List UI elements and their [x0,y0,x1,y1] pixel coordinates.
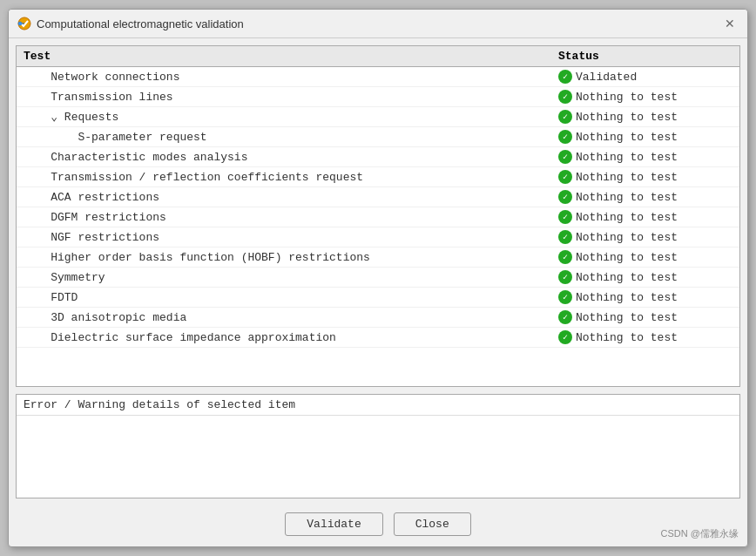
table-row[interactable]: Symmetry✓Nothing to test [17,268,739,288]
table-row[interactable]: S-parameter request✓Nothing to test [17,127,739,147]
status-text: Nothing to test [576,331,678,344]
row-status-cell: ✓Nothing to test [558,190,732,204]
row-status-cell: ✓Nothing to test [558,110,732,124]
row-status-cell: ✓Nothing to test [558,170,732,184]
status-text: Nothing to test [576,151,678,164]
table-row[interactable]: Characteristic modes analysis✓Nothing to… [17,147,739,167]
app-icon [17,17,31,31]
error-label: Error / Warning details of selected item [17,395,739,416]
row-test-label: ACA restrictions [24,191,558,204]
validation-table[interactable]: Test Status Network connections✓Validate… [16,45,740,387]
row-test-label: Symmetry [24,271,558,284]
row-status-cell: ✓Nothing to test [558,130,732,144]
main-window: Computational electromagnetic validation… [8,9,748,547]
header-status: Status [558,50,732,63]
table-row[interactable]: ACA restrictions✓Nothing to test [17,187,739,207]
row-test-label: ⌄ Requests [24,110,558,124]
status-text: Nothing to test [576,191,678,204]
status-check-icon: ✓ [558,250,572,264]
window-close-button[interactable]: ✕ [721,15,739,32]
expander-icon[interactable]: ⌄ [51,111,64,124]
svg-point-1 [18,22,22,25]
row-status-cell: ✓Nothing to test [558,290,732,304]
status-text: Nothing to test [576,91,678,104]
header-test: Test [24,50,558,63]
row-status-cell: ✓Validated [558,70,732,84]
table-row[interactable]: Network connections✓Validated [17,67,739,87]
content-area: Test Status Network connections✓Validate… [9,38,747,546]
row-test-label: FDTD [24,291,558,304]
status-text: Nothing to test [576,111,678,124]
row-status-cell: ✓Nothing to test [558,90,732,104]
status-check-icon: ✓ [558,310,572,324]
validate-button[interactable]: Validate [285,512,382,536]
row-status-cell: ✓Nothing to test [558,150,732,164]
status-check-icon: ✓ [558,210,572,224]
row-test-label: Transmission lines [24,91,558,104]
button-row: Validate Close [16,505,740,539]
status-text: Nothing to test [576,271,678,284]
table-row[interactable]: Transmission / reflection coefficients r… [17,167,739,187]
row-test-label: Higher order basis function (HOBF) restr… [24,251,558,264]
table-row[interactable]: FDTD✓Nothing to test [17,288,739,308]
row-status-cell: ✓Nothing to test [558,230,732,244]
row-test-label: DGFM restrictions [24,211,558,224]
row-status-cell: ✓Nothing to test [558,270,732,284]
window-title: Computational electromagnetic validation [37,17,244,31]
status-check-icon: ✓ [558,70,572,84]
row-status-cell: ✓Nothing to test [558,310,732,324]
table-row[interactable]: Higher order basis function (HOBF) restr… [17,247,739,268]
row-test-label: NGF restrictions [24,231,558,244]
table-row[interactable]: NGF restrictions✓Nothing to test [17,227,739,247]
status-text: Nothing to test [576,311,678,324]
row-status-cell: ✓Nothing to test [558,210,732,224]
status-text: Nothing to test [576,231,678,244]
status-check-icon: ✓ [558,230,572,244]
row-test-label: Network connections [24,71,558,84]
table-row[interactable]: Transmission lines✓Nothing to test [17,87,739,107]
row-test-label: S-parameter request [24,131,558,144]
status-text: Nothing to test [576,171,678,184]
status-check-icon: ✓ [558,330,572,344]
status-check-icon: ✓ [558,270,572,284]
error-section: Error / Warning details of selected item [16,394,740,498]
watermark: CSDN @儒雅永缘 [661,527,739,540]
status-check-icon: ✓ [558,130,572,144]
error-content [17,416,739,498]
status-check-icon: ✓ [558,110,572,124]
status-text: Nothing to test [576,211,678,224]
title-bar-left: Computational electromagnetic validation [17,17,244,31]
status-check-icon: ✓ [558,170,572,184]
status-text: Validated [576,71,637,84]
row-test-label: Characteristic modes analysis [24,151,558,164]
status-check-icon: ✓ [558,90,572,104]
table-row[interactable]: DGFM restrictions✓Nothing to test [17,207,739,227]
row-status-cell: ✓Nothing to test [558,330,732,344]
table-row[interactable]: 3D anisotropic media✓Nothing to test [17,308,739,328]
status-check-icon: ✓ [558,150,572,164]
row-test-label: Dielectric surface impedance approximati… [24,331,558,344]
row-test-label: 3D anisotropic media [24,311,558,324]
table-body: Network connections✓Validated Transmissi… [17,67,739,348]
table-row[interactable]: ⌄ Requests✓Nothing to test [17,107,739,127]
row-test-label: Transmission / reflection coefficients r… [24,171,558,184]
status-text: Nothing to test [576,291,678,304]
status-check-icon: ✓ [558,290,572,304]
table-header: Test Status [17,46,739,67]
status-text: Nothing to test [576,251,678,264]
table-row[interactable]: Dielectric surface impedance approximati… [17,328,739,348]
status-text: Nothing to test [576,131,678,144]
status-check-icon: ✓ [558,190,572,204]
close-button[interactable]: Close [394,512,471,536]
title-bar: Computational electromagnetic validation… [9,10,747,38]
row-status-cell: ✓Nothing to test [558,250,732,264]
